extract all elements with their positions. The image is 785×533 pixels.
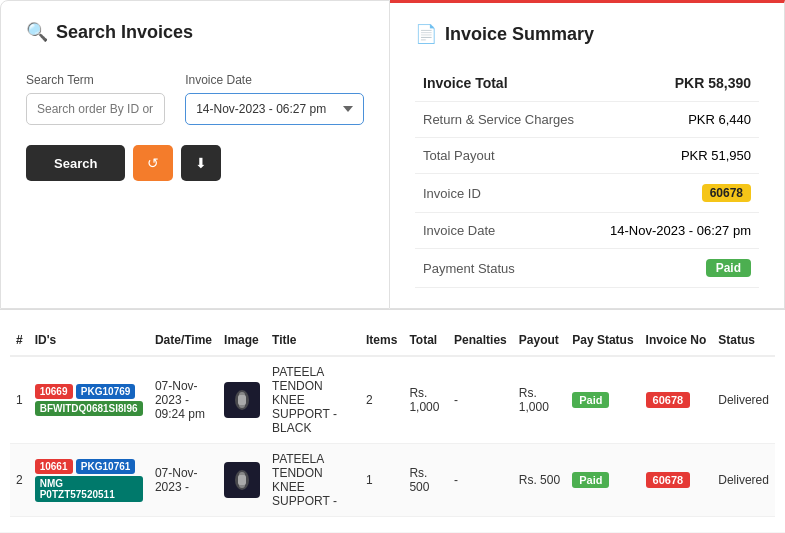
col-invoice-no: Invoice No — [640, 325, 713, 356]
id-badge-blue: PKG10761 — [76, 459, 135, 474]
col-total: Total — [403, 325, 448, 356]
action-buttons: Search ↺ ⬇ — [26, 145, 364, 181]
search-input[interactable] — [26, 93, 165, 125]
search-panel: 🔍 Search Invoices Search Term Invoice Da… — [0, 0, 390, 309]
orders-table-section: # ID's Date/Time Image Title Items Total… — [0, 309, 785, 532]
col-title: Title — [266, 325, 360, 356]
summary-value-total: PKR 58,390 — [592, 65, 759, 102]
search-term-label: Search Term — [26, 73, 165, 87]
col-image: Image — [218, 325, 266, 356]
id-badge-green: BFWITDQ0681SI8I96 — [35, 401, 143, 416]
col-status: Status — [712, 325, 775, 356]
table-row: 2 10661 PKG10761 NMG P0TZT57520511 07-No… — [10, 444, 775, 517]
row-status: Delivered — [712, 444, 775, 517]
row-total: Rs. 500 — [403, 444, 448, 517]
row-datetime: 07-Nov-2023 -09:24 pm — [149, 356, 218, 444]
summary-label-payout: Total Payout — [415, 138, 592, 174]
row-items: 2 — [360, 356, 403, 444]
invoice-summary-header: 📄 Invoice Summary — [415, 23, 759, 45]
download-button[interactable]: ⬇ — [181, 145, 221, 181]
id-badge-blue: PKG10769 — [76, 384, 135, 399]
row-items: 1 — [360, 444, 403, 517]
refresh-icon: ↺ — [147, 155, 159, 171]
summary-value-invoice-id: 60678 — [592, 174, 759, 213]
col-penalties: Penalties — [448, 325, 513, 356]
summary-label-invoice-id: Invoice ID — [415, 174, 592, 213]
summary-value-payment-status: Paid — [592, 249, 759, 288]
summary-table: Invoice Total PKR 58,390 Return & Servic… — [415, 65, 759, 288]
search-panel-header: 🔍 Search Invoices — [26, 21, 364, 43]
col-ids: ID's — [29, 325, 149, 356]
invoice-date-label: Invoice Date — [185, 73, 364, 87]
row-num: 2 — [10, 444, 29, 517]
pay-status-badge: Paid — [572, 472, 609, 488]
summary-row-payment-status: Payment Status Paid — [415, 249, 759, 288]
col-pay-status: Pay Status — [566, 325, 639, 356]
invoice-summary-title: Invoice Summary — [445, 24, 594, 45]
product-thumbnail — [224, 382, 260, 418]
summary-row-total: Invoice Total PKR 58,390 — [415, 65, 759, 102]
invoice-no-badge: 60678 — [646, 472, 691, 488]
summary-row-invoice-id: Invoice ID 60678 — [415, 174, 759, 213]
payment-status-badge: Paid — [706, 259, 751, 277]
summary-value-invoice-date: 14-Nov-2023 - 06:27 pm — [592, 213, 759, 249]
summary-value-payout: PKR 51,950 — [592, 138, 759, 174]
row-image — [218, 444, 266, 517]
summary-row-payout: Total Payout PKR 51,950 — [415, 138, 759, 174]
invoice-date-select[interactable]: 14-Nov-2023 - 06:27 pm — [185, 93, 364, 125]
row-payout: Rs. 500 — [513, 444, 566, 517]
row-pay-status: Paid — [566, 444, 639, 517]
summary-label-payment-status: Payment Status — [415, 249, 592, 288]
svg-rect-2 — [238, 395, 246, 405]
col-payout: Payout — [513, 325, 566, 356]
row-pay-status: Paid — [566, 356, 639, 444]
search-form-row: Search Term Invoice Date 14-Nov-2023 - 0… — [26, 73, 364, 125]
id-badge-teal: NMG P0TZT57520511 — [35, 476, 143, 502]
invoice-no-badge: 60678 — [646, 392, 691, 408]
row-title: PATEELA TENDON KNEE SUPPORT - — [266, 444, 360, 517]
invoice-date-group: Invoice Date 14-Nov-2023 - 06:27 pm — [185, 73, 364, 125]
download-icon: ⬇ — [195, 155, 207, 171]
col-datetime: Date/Time — [149, 325, 218, 356]
id-badge-red: 10669 — [35, 384, 73, 399]
product-thumbnail — [224, 462, 260, 498]
refresh-button[interactable]: ↺ — [133, 145, 173, 181]
invoice-id-badge: 60678 — [702, 184, 751, 202]
row-penalties: - — [448, 356, 513, 444]
summary-value-charges: PKR 6,440 — [592, 102, 759, 138]
row-datetime: 07-Nov-2023 - — [149, 444, 218, 517]
search-term-group: Search Term — [26, 73, 165, 125]
invoice-summary-panel: 📄 Invoice Summary Invoice Total PKR 58,3… — [390, 0, 785, 309]
summary-label-invoice-date: Invoice Date — [415, 213, 592, 249]
table-row: 1 10669 PKG10769 BFWITDQ0681SI8I96 07-No… — [10, 356, 775, 444]
pay-status-badge: Paid — [572, 392, 609, 408]
svg-rect-5 — [238, 475, 246, 485]
row-invoice-no: 60678 — [640, 444, 713, 517]
row-penalties: - — [448, 444, 513, 517]
row-total: Rs. 1,000 — [403, 356, 448, 444]
search-button[interactable]: Search — [26, 145, 125, 181]
col-items: Items — [360, 325, 403, 356]
col-num: # — [10, 325, 29, 356]
id-badge-red: 10661 — [35, 459, 73, 474]
invoice-icon: 📄 — [415, 23, 437, 45]
row-ids: 10669 PKG10769 BFWITDQ0681SI8I96 — [29, 356, 149, 444]
row-title: PATEELA TENDON KNEE SUPPORT - BLACK — [266, 356, 360, 444]
search-icon: 🔍 — [26, 21, 48, 43]
table-header-row: # ID's Date/Time Image Title Items Total… — [10, 325, 775, 356]
search-panel-title: Search Invoices — [56, 22, 193, 43]
row-num: 1 — [10, 356, 29, 444]
row-payout: Rs. 1,000 — [513, 356, 566, 444]
row-invoice-no: 60678 — [640, 356, 713, 444]
orders-table: # ID's Date/Time Image Title Items Total… — [10, 325, 775, 517]
row-ids: 10661 PKG10761 NMG P0TZT57520511 — [29, 444, 149, 517]
summary-row-invoice-date: Invoice Date 14-Nov-2023 - 06:27 pm — [415, 213, 759, 249]
row-status: Delivered — [712, 356, 775, 444]
row-image — [218, 356, 266, 444]
summary-label-total: Invoice Total — [415, 65, 592, 102]
summary-row-charges: Return & Service Charges PKR 6,440 — [415, 102, 759, 138]
summary-label-charges: Return & Service Charges — [415, 102, 592, 138]
